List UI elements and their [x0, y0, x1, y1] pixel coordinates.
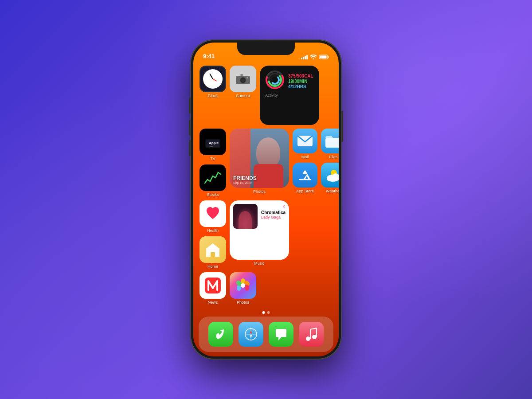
- svg-rect-22: [325, 138, 339, 148]
- app-weather[interactable]: Weather: [321, 163, 339, 193]
- photos-widget-wrap: FRIENDS Sep 10, 2019 Photos: [230, 129, 289, 194]
- safari-svg-icon: [243, 327, 258, 342]
- mail-svg-icon: [297, 135, 313, 147]
- album-figure: [239, 211, 252, 229]
- svg-line-47: [310, 328, 317, 329]
- home-svg-icon: [205, 242, 220, 258]
- health-svg-icon: [205, 206, 221, 222]
- phone-outer: 9:41: [191, 40, 341, 359]
- battery-icon: [319, 55, 329, 59]
- home-icon-bg: [200, 236, 226, 263]
- music-note-icon: ♫: [261, 204, 286, 208]
- home-label: Home: [207, 264, 218, 269]
- health-label: Health: [207, 228, 219, 233]
- tv-icon-bg: Apple tv: [200, 129, 226, 155]
- status-time: 9:41: [203, 53, 215, 59]
- wifi-icon: [310, 55, 317, 59]
- weather-label: Weather: [326, 189, 339, 193]
- dock-safari[interactable]: [239, 322, 263, 347]
- signal-bar-3: [305, 56, 306, 59]
- photos-overlay: FRIENDS Sep 10, 2019: [233, 175, 257, 184]
- status-icons: [301, 55, 329, 59]
- music-artist-name: Lady Gaga: [261, 215, 286, 219]
- camera-icon-bg: [230, 66, 256, 92]
- activity-hrs: 4/12HRS: [288, 84, 314, 89]
- tv-stocks-col: Apple tv TV: [200, 129, 226, 197]
- music-album-art: [233, 204, 258, 229]
- svg-rect-8: [240, 74, 243, 76]
- clock-face: [203, 69, 223, 89]
- svg-rect-2: [320, 56, 327, 59]
- app-stocks[interactable]: Stocks: [200, 164, 226, 197]
- app-files[interactable]: Files: [321, 129, 339, 159]
- appstore-label: App Store: [296, 189, 314, 193]
- dock-phone[interactable]: [208, 322, 233, 347]
- appstore-icon-bg: [293, 163, 317, 188]
- signal-bar-1: [301, 58, 302, 59]
- stocks-label: Stocks: [207, 192, 219, 197]
- phone-svg-icon: [214, 328, 227, 341]
- photos-small-svg-icon: [235, 278, 251, 293]
- svg-point-37: [241, 283, 245, 288]
- app-row-1: Clock: [200, 66, 332, 125]
- stocks-icon-bg: [200, 164, 226, 191]
- clock-icon-bg: [200, 66, 226, 92]
- files-icon-bg: [321, 129, 339, 153]
- photos-widget[interactable]: FRIENDS Sep 10, 2019: [230, 129, 289, 188]
- svg-rect-45: [310, 329, 311, 339]
- camera-svg-icon: [235, 73, 250, 85]
- app-photos-small[interactable]: Photos: [230, 272, 256, 305]
- activity-widget[interactable]: 375/500CAL 19/30MIN 4/12HRS Activity: [260, 66, 319, 125]
- music-text-info: ♫ Chromatica Lady Gaga: [261, 204, 286, 219]
- signal-bar-4: [306, 55, 308, 59]
- app-news[interactable]: News: [200, 272, 226, 305]
- svg-text:tv: tv: [211, 145, 213, 148]
- activity-label: Activity: [265, 93, 314, 98]
- app-home[interactable]: Home: [200, 236, 226, 269]
- svg-point-44: [312, 335, 317, 339]
- dock-music[interactable]: [299, 322, 324, 347]
- app-appstore[interactable]: App Store: [293, 163, 317, 193]
- svg-point-7: [241, 78, 245, 82]
- notch: [237, 43, 295, 55]
- dock-messages[interactable]: [269, 322, 293, 347]
- weather-svg-icon: [325, 168, 339, 183]
- appstore-svg-icon: [298, 168, 312, 182]
- app-tv[interactable]: Apple tv TV: [200, 129, 226, 161]
- photos-small-icon-bg: [230, 272, 256, 299]
- dock-phone-icon-bg: [208, 322, 233, 347]
- activity-cal: 375/500CAL: [288, 74, 314, 78]
- tv-svg-icon: Apple tv: [204, 135, 221, 149]
- mail-files-grid: Mail Files: [293, 129, 339, 193]
- news-svg-icon: [203, 276, 223, 295]
- dock: [199, 317, 333, 352]
- mail-icon-bg: [293, 129, 317, 153]
- app-health[interactable]: Health: [200, 200, 226, 233]
- dock-messages-icon-bg: [269, 322, 293, 347]
- signal-bar-2: [303, 57, 304, 59]
- app-clock[interactable]: Clock: [200, 66, 226, 98]
- activity-min: 19/30MIN: [288, 79, 314, 84]
- app-camera[interactable]: Camera: [230, 66, 256, 98]
- phone-screen: 9:41: [193, 43, 339, 356]
- svg-rect-46: [316, 328, 317, 337]
- camera-label: Camera: [236, 94, 250, 98]
- music-album-title: Chromatica: [261, 210, 286, 215]
- app-row-2: Apple tv TV: [200, 129, 332, 197]
- home-content: Clock: [193, 62, 339, 317]
- signal-bars: [301, 55, 308, 59]
- dock-music-icon-bg: [299, 322, 324, 347]
- app-mail[interactable]: Mail: [293, 129, 317, 159]
- photos-date-text: Sep 10, 2019: [233, 181, 257, 184]
- dock-safari-icon-bg: [239, 322, 263, 347]
- photos-person-jacket: [254, 164, 283, 188]
- files-svg-icon: [325, 133, 339, 149]
- photos-small-label: Photos: [237, 300, 249, 305]
- svg-rect-28: [211, 252, 215, 257]
- health-home-col: Health: [200, 200, 226, 269]
- news-label: News: [208, 300, 218, 305]
- music-widget[interactable]: ♫ Chromatica Lady Gaga: [230, 200, 289, 260]
- svg-text:Apple: Apple: [209, 141, 219, 145]
- activity-stats: 375/500CAL 19/30MIN 4/12HRS: [288, 74, 314, 89]
- photos-friends-text: FRIENDS: [233, 175, 257, 181]
